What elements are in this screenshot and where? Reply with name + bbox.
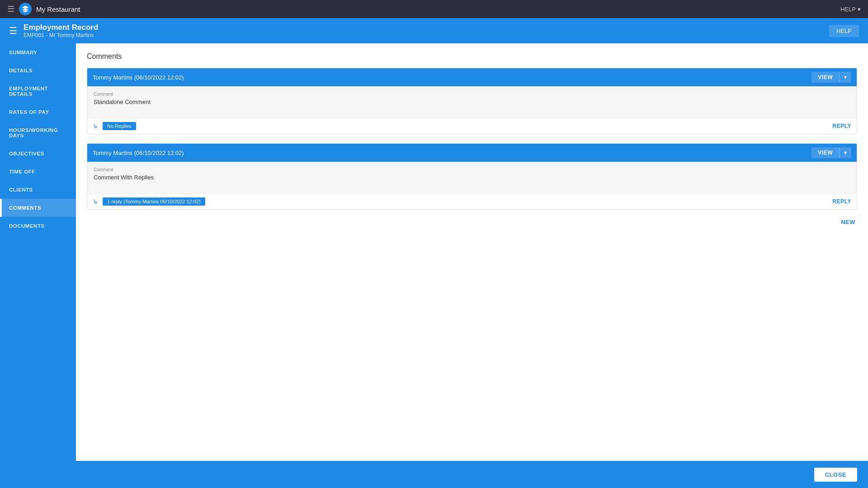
bottom-bar: CLOSE [0,461,868,488]
sidebar-item-rates-of-pay[interactable]: RATES OF PAY [0,103,76,121]
comment-view-button-1[interactable]: VIEW [811,72,839,83]
close-button[interactable]: CLOSE [814,468,857,482]
top-nav-left: ☰ My Restaurant [7,3,80,15]
new-comment-button[interactable]: NEW [841,219,855,225]
comment-card-header-1: Tommy Martins (06/10/2022 12:02) VIEW ▾ [87,68,857,86]
comment-author-1: Tommy Martins (06/10/2022 12:02) [93,74,184,81]
sidebar-item-employment-details[interactable]: EMPLOYMENT DETAILS [0,80,76,103]
comment-body-2: Comment Comment With Replies [87,162,857,193]
comment-footer-left-2: ↳ 1 reply (Tommy Martins 06/10/2022 12:0… [93,197,205,206]
page-subtitle: EMP001 - Mr Tommy Martins [24,32,98,38]
top-nav-help-label: HELP [840,6,856,13]
reply-arrow-icon-1: ↳ [93,122,98,130]
content-area: Comments Tommy Martins (06/10/2022 12:02… [76,43,868,461]
chevron-down-icon: ▾ [858,6,861,13]
sidebar-item-hours-working-days[interactable]: HOURS/WORKING DAYS [0,121,76,145]
comment-author-2: Tommy Martins (06/10/2022 12:02) [93,150,184,156]
sidebar-item-comments[interactable]: COMMENTS [0,199,76,217]
comment-dropdown-button-2[interactable]: ▾ [839,147,851,158]
page-title: Employment Record [24,23,98,32]
comment-footer-2: ↳ 1 reply (Tommy Martins 06/10/2022 12:0… [87,193,857,209]
comment-footer-1: ↳ No Replies REPLY [87,118,857,134]
no-replies-badge-1: No Replies [103,122,136,130]
comment-card-header-2: Tommy Martins (06/10/2022 12:02) VIEW ▾ [87,144,857,162]
reply-button-2[interactable]: REPLY [833,198,851,205]
comment-actions-2: VIEW ▾ [811,147,851,158]
header-titles: Employment Record EMP001 - Mr Tommy Mart… [24,23,98,38]
menu-icon[interactable]: ☰ [9,25,17,36]
sidebar-item-summary[interactable]: SUMMARY [0,43,76,61]
comment-card-2: Tommy Martins (06/10/2022 12:02) VIEW ▾ … [87,143,857,210]
new-button-row: NEW [87,219,857,225]
comment-view-button-2[interactable]: VIEW [811,147,839,158]
comment-text-1: Standalone Comment [94,99,850,105]
sidebar-item-documents[interactable]: DOCUMENTS [0,217,76,235]
app-title: My Restaurant [36,5,80,13]
reply-arrow-icon-2: ↳ [93,198,98,205]
comment-actions-1: VIEW ▾ [811,72,851,83]
sidebar-item-clients[interactable]: CLIENTS [0,181,76,199]
comment-body-1: Comment Standalone Comment [87,86,857,118]
sidebar-item-objectives[interactable]: OBJECTIVES [0,145,76,163]
reply-button-1[interactable]: REPLY [833,123,851,129]
sidebar: SUMMARY DETAILS EMPLOYMENT DETAILS RATES… [0,43,76,461]
comment-card-1: Tommy Martins (06/10/2022 12:02) VIEW ▾ … [87,68,857,134]
top-nav: ☰ My Restaurant HELP ▾ [0,0,868,18]
comment-label-1: Comment [94,92,850,97]
comment-dropdown-button-1[interactable]: ▾ [839,72,851,83]
top-nav-help[interactable]: HELP ▾ [840,6,861,13]
comment-text-2: Comment With Replies [94,174,850,181]
replies-badge-2[interactable]: 1 reply (Tommy Martins 06/10/2022 12:02) [103,197,205,206]
sidebar-item-details[interactable]: DETAILS [0,61,76,80]
sidebar-item-time-off[interactable]: TIME OFF [0,163,76,181]
section-title: Comments [87,52,857,61]
app-logo [19,3,32,15]
comment-label-2: Comment [94,167,850,172]
header-help-button[interactable]: HELP [829,25,859,37]
main-layout: SUMMARY DETAILS EMPLOYMENT DETAILS RATES… [0,43,868,461]
header-bar-left: ☰ Employment Record EMP001 - Mr Tommy Ma… [9,23,98,38]
comment-footer-left-1: ↳ No Replies [93,122,136,130]
hamburger-icon[interactable]: ☰ [7,4,14,14]
header-bar: ☰ Employment Record EMP001 - Mr Tommy Ma… [0,18,868,43]
